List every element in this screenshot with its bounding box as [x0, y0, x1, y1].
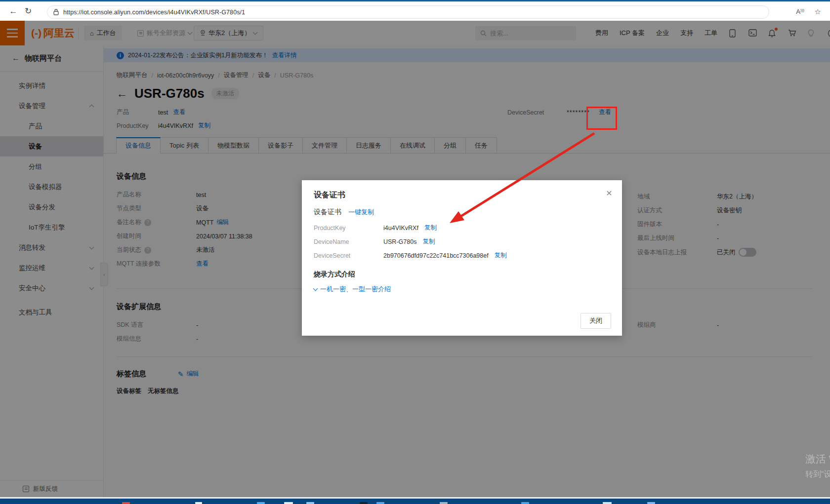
copy-link[interactable]: 复制	[495, 251, 507, 260]
address-bar[interactable]: https://iot.console.aliyun.com/devices/i…	[47, 5, 769, 19]
taskbar-icon[interactable]	[306, 502, 314, 504]
windows-taskbar[interactable]	[0, 499, 830, 504]
browser-back-icon[interactable]: ←	[6, 6, 21, 16]
browser-toolbar: ← ↻ https://iot.console.aliyun.com/devic…	[0, 1, 830, 21]
taskbar-icon[interactable]	[284, 502, 293, 504]
copy-all-link[interactable]: 一键复制	[348, 208, 374, 217]
favorite-star-icon[interactable]: ☆	[815, 5, 821, 18]
taskbar-icon[interactable]	[195, 502, 202, 504]
taskbar-icon[interactable]	[122, 502, 130, 504]
chevron-down-icon	[313, 286, 318, 291]
cert-line: 设备证书 一键复制	[314, 208, 374, 217]
page-viewport: (-)阿里云 ⌂ 工作台 账号全部资源 华东2（上海） 搜索.	[0, 21, 830, 497]
taskbar-icon[interactable]	[257, 502, 265, 504]
taskbar-icon[interactable]	[440, 502, 448, 504]
taskbar-icon[interactable]	[647, 502, 655, 504]
taskbar-icon[interactable]	[360, 502, 368, 504]
burn-method-heading: 烧录方式介绍	[314, 270, 355, 279]
annotation-red-box	[586, 107, 617, 130]
copy-link[interactable]: 复制	[424, 224, 437, 232]
browser-refresh-icon[interactable]: ↻	[21, 6, 36, 16]
url-text: https://iot.console.aliyun.com/devices/i…	[63, 9, 245, 16]
copy-link[interactable]: 复制	[422, 237, 435, 246]
lock-icon	[53, 9, 59, 15]
modal-title: 设备证书	[314, 190, 345, 200]
modal-row-productkey: ProductKey i4u4VIKvRXf 复制	[314, 224, 437, 232]
close-icon[interactable]: ×	[606, 187, 612, 199]
read-aloud-icon[interactable]: A)))	[796, 5, 804, 18]
taskbar-icon[interactable]	[603, 502, 612, 504]
burn-method-link[interactable]: 一机一密、一型一密介绍	[314, 285, 391, 294]
close-button[interactable]: 关闭	[581, 313, 611, 329]
modal-row-devicename: DeviceName USR-G780s 复制	[314, 237, 435, 246]
taskbar-icon[interactable]	[521, 502, 529, 504]
windows-activation-watermark: 激活 W 转到“设	[805, 452, 830, 480]
device-certificate-modal: 设备证书 × 设备证书 一键复制 ProductKey i4u4VIKvRXf …	[302, 180, 622, 336]
taskbar-icon[interactable]	[376, 502, 384, 504]
modal-row-devicesecret: DeviceSecret 2b970676dfd97c22c741bcc7306…	[314, 251, 507, 260]
